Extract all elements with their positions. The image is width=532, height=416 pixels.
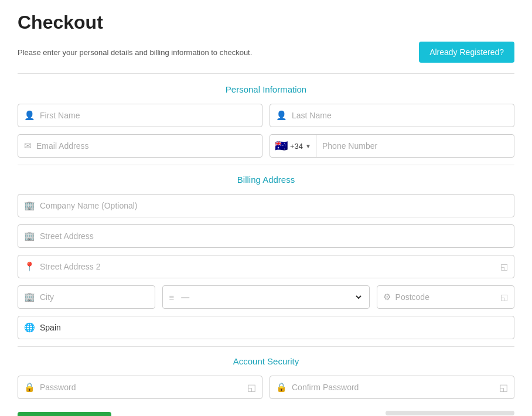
phone-group: 🇦🇺 +34 ▼ xyxy=(270,134,514,158)
postcode-input-wrapper: ⚙ ◱ xyxy=(377,285,514,309)
company-input-wrapper: 🏢 xyxy=(18,194,514,217)
password-eye-icon[interactable]: ◱ xyxy=(247,382,256,393)
last-name-input[interactable] xyxy=(292,111,508,120)
last-name-input-wrapper: 👤 xyxy=(270,104,514,127)
account-security-section: Account Security 🔒 ◱ 🔒 ◱ Generate Passwo… xyxy=(18,356,514,416)
page-title: Checkout xyxy=(18,12,514,33)
already-registered-button[interactable]: Already Registered? xyxy=(419,42,514,63)
map-pin-icon: 📍 xyxy=(24,261,35,272)
confirm-password-group: 🔒 ◱ xyxy=(270,376,514,399)
first-name-input-wrapper: 👤 xyxy=(18,104,262,127)
country-value: Spain xyxy=(40,323,61,332)
user-icon: 👤 xyxy=(24,110,35,121)
generate-password-button[interactable]: Generate Password xyxy=(18,412,111,416)
first-name-group: 👤 xyxy=(18,104,262,127)
user-icon-last: 👤 xyxy=(276,110,287,121)
password-input-wrapper: 🔒 ◱ xyxy=(18,376,262,399)
bottom-row: Generate Password Password Strength: Ent… xyxy=(18,406,514,416)
last-name-group: 👤 xyxy=(270,104,514,127)
state-icon: ≡ xyxy=(169,292,174,302)
email-input-wrapper: ✉ xyxy=(18,134,262,158)
street2-row: 📍 ◱ xyxy=(18,255,514,278)
phone-flag: 🇦🇺 xyxy=(275,139,288,152)
subtitle: Please enter your personal details and b… xyxy=(18,48,252,57)
billing-address-section: Billing Address 🏢 🏢 📍 ◱ xyxy=(18,175,514,339)
city-icon: 🏢 xyxy=(24,292,35,302)
street2-group: 📍 ◱ xyxy=(18,255,514,278)
country-group: 🌐 Spain xyxy=(18,316,514,339)
country-row: 🌐 Spain xyxy=(18,316,514,339)
divider-billing xyxy=(18,165,514,165)
password-row: 🔒 ◱ 🔒 ◱ xyxy=(18,376,514,399)
personal-info-title: Personal Information xyxy=(18,84,514,94)
country-input-wrapper: 🌐 Spain xyxy=(18,316,514,339)
confirm-password-input-wrapper: 🔒 ◱ xyxy=(270,376,514,399)
strength-area: Password Strength: Enter a Password xyxy=(270,406,514,416)
state-select-wrapper: ≡ — xyxy=(162,285,369,309)
city-group: 🏢 xyxy=(18,285,155,309)
account-security-title: Account Security xyxy=(18,356,514,366)
email-input[interactable] xyxy=(36,141,256,151)
state-group: ≡ — xyxy=(162,285,369,309)
first-name-input[interactable] xyxy=(40,111,256,120)
globe-icon: 🌐 xyxy=(24,322,35,333)
company-icon: 🏢 xyxy=(24,200,35,211)
street2-input[interactable] xyxy=(40,262,498,271)
company-input[interactable] xyxy=(40,201,508,210)
email-group: ✉ xyxy=(18,134,262,158)
street2-input-wrapper: 📍 ◱ xyxy=(18,255,514,278)
lock-icon: 🔒 xyxy=(24,382,35,393)
name-row: 👤 👤 xyxy=(18,104,514,127)
building-icon: 🏢 xyxy=(24,231,35,241)
confirm-lock-icon: 🔒 xyxy=(276,382,287,393)
phone-input[interactable] xyxy=(316,141,514,151)
phone-code: +34 xyxy=(290,142,303,151)
personal-info-section: Personal Information 👤 👤 ✉ xyxy=(18,84,514,158)
postcode-group: ⚙ ◱ xyxy=(377,285,514,309)
email-phone-row: ✉ 🇦🇺 +34 ▼ xyxy=(18,134,514,158)
top-bar: Please enter your personal details and b… xyxy=(18,42,514,63)
company-group: 🏢 xyxy=(18,194,514,217)
password-group: 🔒 ◱ xyxy=(18,376,262,399)
street1-row: 🏢 xyxy=(18,224,514,248)
generate-btn-area: Generate Password xyxy=(18,406,262,416)
postcode-icon: ⚙ xyxy=(383,292,391,302)
password-input[interactable] xyxy=(40,383,244,392)
company-row: 🏢 xyxy=(18,194,514,217)
street1-input[interactable] xyxy=(40,231,508,241)
divider-security xyxy=(18,346,514,347)
confirm-password-input[interactable] xyxy=(292,383,496,392)
locate-icon: ◱ xyxy=(500,262,508,271)
city-input[interactable] xyxy=(40,292,149,302)
street1-input-wrapper: 🏢 xyxy=(18,224,514,248)
city-input-wrapper: 🏢 xyxy=(18,285,155,309)
state-select[interactable]: — xyxy=(179,292,363,302)
email-icon: ✉ xyxy=(24,141,32,151)
city-state-postcode-row: 🏢 ≡ — ⚙ ◱ xyxy=(18,285,514,309)
password-strength-row xyxy=(270,411,514,415)
street1-group: 🏢 xyxy=(18,224,514,248)
phone-caret-icon: ▼ xyxy=(305,143,311,149)
phone-input-wrapper: 🇦🇺 +34 ▼ xyxy=(270,134,514,158)
divider-top xyxy=(18,73,514,74)
confirm-password-eye-icon[interactable]: ◱ xyxy=(499,382,508,393)
postcode-locate-icon: ◱ xyxy=(500,292,508,302)
phone-flag-select[interactable]: 🇦🇺 +34 ▼ xyxy=(270,135,316,157)
strength-bar xyxy=(386,411,514,415)
billing-address-title: Billing Address xyxy=(18,175,514,185)
postcode-input[interactable] xyxy=(395,292,498,302)
